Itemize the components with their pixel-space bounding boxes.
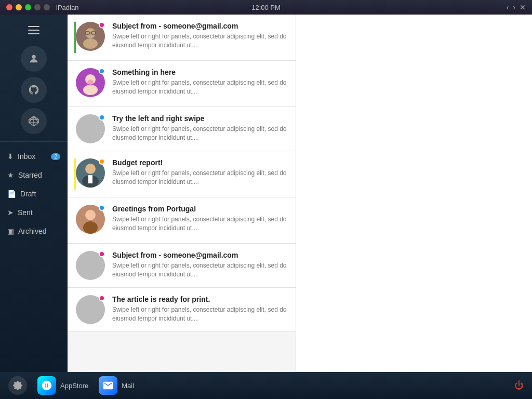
email-preview: Swipe left or right for panels, consecte… [112,261,289,279]
email-item[interactable]: Greetings from PortugalSwipe left or rig… [68,197,296,244]
svg-rect-20 [88,175,92,183]
email-subject: Something in here [112,68,289,76]
email-item[interactable]: Budget report!Swipe left or right for pa… [68,151,296,197]
avatar [76,158,107,190]
sidebar-item-archived-label: Archived [18,227,46,235]
email-content: Try the left and right swipeSwipe left o… [112,114,289,142]
avatar [76,205,107,236]
github-icon-button[interactable] [21,77,47,103]
email-subject: Try the left and right swipe [112,114,289,123]
appstore-taskbar-item[interactable]: AppStore [37,376,88,395]
sidebar-nav: ⬇ Inbox 2 ★ Starred 📄 Draft ➤ Sent ▣ Arc… [0,147,68,241]
hamburger-line [28,33,39,34]
email-subject: Budget report! [112,158,289,167]
email-preview: Swipe left or right for panels, consecte… [112,125,289,142]
appstore-label: AppStore [60,382,88,390]
hamburger-line [28,30,39,31]
unread-dot [99,22,105,28]
unread-dot [99,68,105,74]
email-content: Greetings from PortugalSwipe left or rig… [112,205,289,233]
sidebar: ⬇ Inbox 2 ★ Starred 📄 Draft ➤ Sent ▣ Arc… [0,15,68,399]
svg-point-0 [32,55,35,59]
traffic-light-yellow[interactable] [16,4,22,10]
close-button[interactable]: ✕ [520,3,526,11]
email-content: Subject from - someone@gmail.comSwipe le… [112,251,289,279]
sidebar-item-starred[interactable]: ★ Starred [0,166,68,184]
svg-point-9 [83,38,98,49]
inbox-badge: 2 [51,153,60,160]
svg-point-22 [85,210,96,220]
sidebar-item-sent-label: Sent [18,208,33,217]
starred-icon: ★ [7,171,14,179]
sidebar-item-starred-label: Starred [18,171,42,179]
unread-dot [99,114,105,121]
unread-dot [99,158,105,165]
nav-back-button[interactable]: ‹ [507,3,509,11]
hamburger-button[interactable] [23,20,44,41]
mail-taskbar-item[interactable]: Mail [99,376,134,395]
email-content: Something in hereSwipe left or right for… [112,68,289,96]
sidebar-item-draft-label: Draft [20,190,36,198]
sent-icon: ➤ [7,208,14,217]
email-subject: Subject from - someone@gmail.com [112,22,289,30]
email-item[interactable]: Try the left and right swipeSwipe left o… [68,107,296,151]
sidebar-item-inbox[interactable]: ⬇ Inbox 2 [0,147,68,166]
avatar [76,114,107,143]
mail-label: Mail [122,382,134,390]
avatar [76,251,107,280]
archived-icon: ▣ [7,227,14,235]
sidebar-item-archived[interactable]: ▣ Archived [0,222,68,241]
email-list: Subject from - someone@gmail.comSwipe le… [68,15,296,399]
sidebar-item-draft[interactable]: 📄 Draft [0,184,68,203]
email-preview: Swipe left or right for panels, consecte… [112,78,289,96]
email-content: Subject from - someone@gmail.comSwipe le… [112,22,289,50]
codepen-icon-button[interactable] [21,108,47,134]
email-item[interactable]: Subject from - someone@gmail.comSwipe le… [68,244,296,288]
nav-forward-button[interactable]: › [513,3,515,11]
email-content: The article is ready for print.Swipe lef… [112,295,289,323]
email-preview: Swipe left or right for panels, consecte… [112,305,289,323]
mail-icon [99,376,117,395]
unread-dot [99,205,105,211]
appstore-icon [37,376,56,395]
svg-point-23 [83,221,98,234]
email-preview: Swipe left or right for panels, consecte… [112,215,289,233]
taskbar: AppStore Mail ⏻ [0,372,532,399]
clock: 12:00 PM [251,4,281,11]
svg-point-18 [85,164,96,174]
svg-point-15 [83,85,98,95]
email-content: Budget report!Swipe left or right for pa… [112,158,289,187]
email-item[interactable]: Subject from - someone@gmail.comSwipe le… [68,15,296,61]
hamburger-line [28,26,39,27]
email-preview: Swipe left or right for panels, consecte… [112,32,289,50]
avatar [76,68,107,99]
title-bar: iPadian 12:00 PM ‹ › ✕ [0,0,532,15]
traffic-light-dark2 [44,4,50,10]
unread-dot [99,295,105,301]
sidebar-item-inbox-label: Inbox [18,152,35,161]
power-icon[interactable]: ⏻ [514,380,524,391]
avatar [76,22,107,53]
title-bar-controls: ‹ › ✕ [507,3,526,11]
email-subject: Greetings from Portugal [112,205,289,213]
email-item[interactable]: The article is ready for print.Swipe lef… [68,288,296,332]
email-subject: The article is ready for print. [112,295,289,303]
sidebar-divider [0,141,68,142]
unread-dot [99,251,105,257]
main-layout: ⬇ Inbox 2 ★ Starred 📄 Draft ➤ Sent ▣ Arc… [0,15,532,399]
avatar [76,295,107,324]
email-item[interactable]: Something in hereSwipe left or right for… [68,61,296,107]
draft-icon: 📄 [7,190,16,198]
inbox-icon: ⬇ [7,152,14,161]
right-panel [296,15,532,399]
sidebar-item-sent[interactable]: ➤ Sent [0,203,68,222]
traffic-light-green[interactable] [25,4,31,10]
profile-icon-button[interactable] [21,46,47,72]
traffic-light-dark1 [34,4,41,10]
email-subject: Subject from - someone@gmail.com [112,251,289,259]
title-bar-left: iPadian [6,4,78,11]
traffic-light-red[interactable] [6,4,12,10]
settings-icon-button[interactable] [8,376,27,395]
app-name: iPadian [56,4,78,11]
email-preview: Swipe left or right for panels, consecte… [112,169,289,187]
